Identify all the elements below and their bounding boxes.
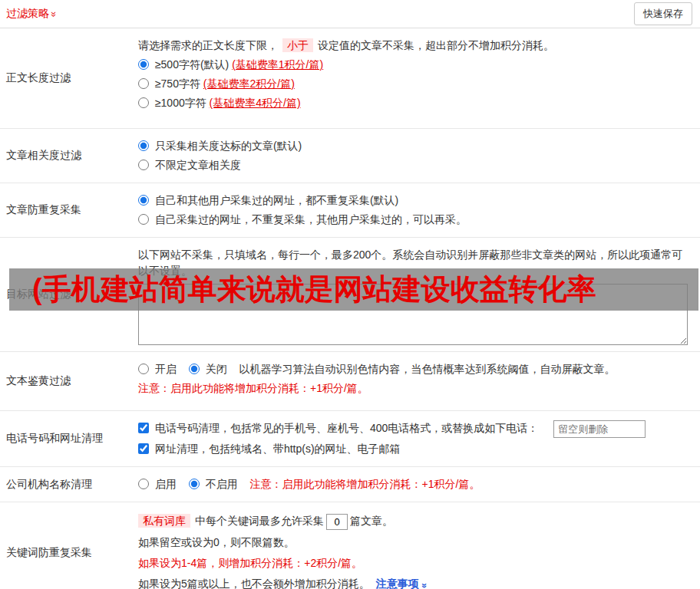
relevance-option-row: 只采集相关度达标的文章(默认) — [138, 138, 692, 154]
filter-strategy-toggle[interactable]: 过滤策略» — [6, 7, 57, 21]
keyword-note-five: 如果设为5篇或以上，也不会额外增加积分消耗。注意事项» — [138, 576, 692, 589]
option-label: ≥750字符 — [155, 77, 203, 90]
option-label: 关闭 — [206, 363, 227, 375]
porn-option-on[interactable]: 开启 — [138, 363, 180, 375]
intro-prefix: 请选择需求的正文长度下限， — [138, 39, 278, 51]
company-option-row: 启用 不启用 注意：启用此功能将增加积分消耗：+1积分/篇。 — [138, 476, 692, 492]
relevance-radio-any[interactable] — [138, 160, 149, 170]
option-label: ≥500字符(默认) — [155, 58, 232, 71]
chevron-down-icon: » — [48, 12, 60, 17]
intro-suffix: 设定值的文章不采集，超出部分不增加积分消耗。 — [318, 39, 554, 51]
company-clean-note: 注意：启用此功能将增加积分消耗：+1积分/篇。 — [250, 478, 480, 490]
row-label-text: 正文长度过滤 — [6, 71, 71, 85]
less-than-badge: 小于 — [282, 38, 313, 52]
porn-filter-label: 文本鉴黄过滤 — [0, 352, 138, 410]
watermark-text: (手机建站简单来说就是网站建设收益转化率 — [9, 270, 596, 309]
option-label: 只采集相关度达标的文章(默认) — [155, 140, 302, 152]
phone-url-clean-label: 电话号码和网址清理 — [0, 411, 138, 466]
url-clean-row: 网址清理，包括纯域名、带http(s)的网址、电子邮箱 — [138, 441, 692, 457]
row-length-filter: 正文长度过滤 请选择需求的正文长度下限，小于设定值的文章不采集，超出部分不增加积… — [0, 28, 700, 129]
keyword-note-unlimited: 如果留空或设为0，则不限篇数。 — [138, 535, 692, 551]
option-label: 电话号码清理，包括常见的手机号、座机号、400电话格式，或替换成如下电话： — [155, 422, 538, 434]
company-radio-off[interactable] — [189, 479, 200, 489]
row-keyword-dedup: 关键词防重复采集 私有词库中每个关键词最多允许采集篇文章。 如果留空或设为0，则… — [0, 502, 700, 589]
length-intro: 请选择需求的正文长度下限，小于设定值的文章不采集，超出部分不增加积分消耗。 — [138, 38, 692, 54]
dedup-option-global[interactable]: 自己和其他用户采集过的网址，都不重复采集(默认) — [138, 194, 398, 206]
company-radio-on[interactable] — [138, 479, 149, 489]
length-option-row: ≥1000字符 (基础费率4积分/篇) — [138, 95, 692, 111]
row-relevance-filter: 文章相关度过滤 只采集相关度达标的文章(默认) 不限定文章相关度 — [0, 129, 700, 183]
length-option-row: ≥750字符 (基础费率2积分/篇) — [138, 76, 692, 92]
phone-clean-checkbox[interactable] — [138, 423, 149, 433]
length-option-row: ≥500字符(默认) (基础费率1积分/篇) — [138, 57, 692, 73]
url-clean-option[interactable]: 网址清理，包括纯域名、带http(s)的网址、电子邮箱 — [138, 443, 401, 455]
limit-text: 中每个关键词最多允许采集 — [195, 515, 324, 527]
phone-clean-row: 电话号码清理，包括常见的手机号、座机号、400电话格式，或替换成如下电话： — [138, 420, 692, 438]
dedup-option-row: 自己采集过的网址，不重复采集，其他用户采集过的，可以再采。 — [138, 212, 692, 228]
dedup-option-own[interactable]: 自己采集过的网址，不重复采集，其他用户采集过的，可以再采。 — [138, 213, 467, 225]
keyword-limit-row: 私有词库中每个关键词最多允许采集篇文章。 — [138, 513, 692, 530]
option-fee-note: (基础费率2积分/篇) — [203, 77, 295, 90]
option-label: 自己和其他用户采集过的网址，都不重复采集(默认) — [155, 194, 398, 206]
row-label-text: 文本鉴黄过滤 — [6, 374, 71, 388]
option-fee-note: (基础费率4积分/篇) — [210, 97, 301, 109]
row-label-text: 关键词防重复采集 — [6, 546, 92, 560]
row-company-clean: 公司机构名称清理 启用 不启用 注意：启用此功能将增加积分消耗：+1积分/篇。 — [0, 467, 700, 502]
relevance-option-any[interactable]: 不限定文章相关度 — [138, 159, 241, 171]
option-fee-note: (基础费率1积分/篇) — [232, 58, 323, 71]
private-lexicon-badge: 私有词库 — [138, 514, 190, 528]
company-option-on[interactable]: 启用 — [138, 478, 180, 490]
relevance-filter-content: 只采集相关度达标的文章(默认) 不限定文章相关度 — [138, 129, 700, 183]
keyword-dedup-label: 关键词防重复采集 — [0, 502, 138, 589]
note-text: 如果设为5篇或以上，也不会额外增加积分消耗。 — [138, 577, 370, 589]
row-phone-url-clean: 电话号码和网址清理 电话号码清理，包括常见的手机号、座机号、400电话格式，或替… — [0, 411, 700, 467]
row-label-text: 公司机构名称清理 — [6, 478, 92, 492]
row-dedup-filter: 文章防重复采集 自己和其他用户采集过的网址，都不重复采集(默认) 自己采集过的网… — [0, 183, 700, 238]
option-label: 不限定文章相关度 — [155, 159, 241, 171]
phone-clean-option[interactable]: 电话号码清理，包括常见的手机号、座机号、400电话格式，或替换成如下电话： — [138, 422, 541, 434]
company-clean-label: 公司机构名称清理 — [0, 467, 138, 502]
dedup-filter-content: 自己和其他用户采集过的网址，都不重复采集(默认) 自己采集过的网址，不重复采集，… — [138, 183, 700, 237]
length-radio-750[interactable] — [138, 78, 149, 89]
replacement-phone-input[interactable] — [553, 420, 646, 438]
length-radio-500[interactable] — [138, 59, 149, 70]
relevance-option-strict[interactable]: 只采集相关度达标的文章(默认) — [138, 140, 302, 152]
porn-filter-note: 注意：启用此功能将增加积分消耗：+1积分/篇。 — [138, 380, 692, 397]
url-clean-checkbox[interactable] — [138, 443, 149, 454]
dedup-radio-global[interactable] — [138, 195, 149, 206]
option-label: 开启 — [155, 363, 177, 375]
relevance-option-row: 不限定文章相关度 — [138, 157, 692, 173]
notice-link[interactable]: 注意事项» — [376, 577, 427, 589]
porn-filter-content: 开启 关闭 以机器学习算法自动识别色情内容，当色情概率达到系统阈值，自动屏蔽文章… — [138, 352, 700, 410]
porn-radio-on[interactable] — [138, 364, 149, 374]
option-label: 自己采集过的网址，不重复采集，其他用户采集过的，可以再采。 — [155, 213, 467, 225]
option-label: ≥1000字符 — [155, 97, 210, 109]
relevance-radio-strict[interactable] — [138, 140, 149, 151]
porn-option-row: 开启 关闭 以机器学习算法自动识别色情内容，当色情概率达到系统阈值，自动屏蔽文章… — [138, 361, 692, 377]
quick-save-button[interactable]: 快速保存 — [634, 2, 692, 25]
company-option-off[interactable]: 不启用 — [189, 478, 241, 490]
page-title: 过滤策略 — [6, 7, 49, 19]
porn-option-off[interactable]: 关闭 — [189, 363, 230, 375]
phone-url-clean-content: 电话号码清理，包括常见的手机号、座机号、400电话格式，或替换成如下电话： 网址… — [138, 411, 700, 466]
company-clean-content: 启用 不启用 注意：启用此功能将增加积分消耗：+1积分/篇。 — [138, 467, 700, 502]
row-porn-filter: 文本鉴黄过滤 开启 关闭 以机器学习算法自动识别色情内容，当色情概率达到系统阈值… — [0, 352, 700, 411]
porn-radio-off[interactable] — [189, 364, 200, 374]
length-option-500[interactable]: ≥500字符(默认) (基础费率1积分/篇) — [138, 58, 323, 71]
keyword-limit-input[interactable] — [326, 514, 348, 530]
dedup-radio-own[interactable] — [138, 214, 149, 225]
option-label: 不启用 — [206, 478, 238, 490]
option-label: 启用 — [155, 478, 177, 490]
length-radio-1000[interactable] — [138, 97, 149, 108]
row-label-text: 电话号码和网址清理 — [6, 432, 103, 446]
dedup-filter-label: 文章防重复采集 — [0, 183, 138, 237]
keyword-dedup-content: 私有词库中每个关键词最多允许采集篇文章。 如果留空或设为0，则不限篇数。 如果设… — [138, 502, 700, 589]
chevron-down-icon: » — [416, 583, 432, 588]
length-filter-content: 请选择需求的正文长度下限，小于设定值的文章不采集，超出部分不增加积分消耗。 ≥5… — [138, 28, 700, 128]
length-option-1000[interactable]: ≥1000字符 (基础费率4积分/篇) — [138, 97, 301, 109]
row-label-text: 文章防重复采集 — [6, 203, 81, 217]
length-option-750[interactable]: ≥750字符 (基础费率2积分/篇) — [138, 77, 295, 90]
notice-link-label: 注意事项 — [376, 577, 419, 589]
watermark-overlay: (手机建站简单来说就是网站建设收益转化率 — [9, 268, 698, 311]
option-label: 网址清理，包括纯域名、带http(s)的网址、电子邮箱 — [155, 443, 401, 455]
